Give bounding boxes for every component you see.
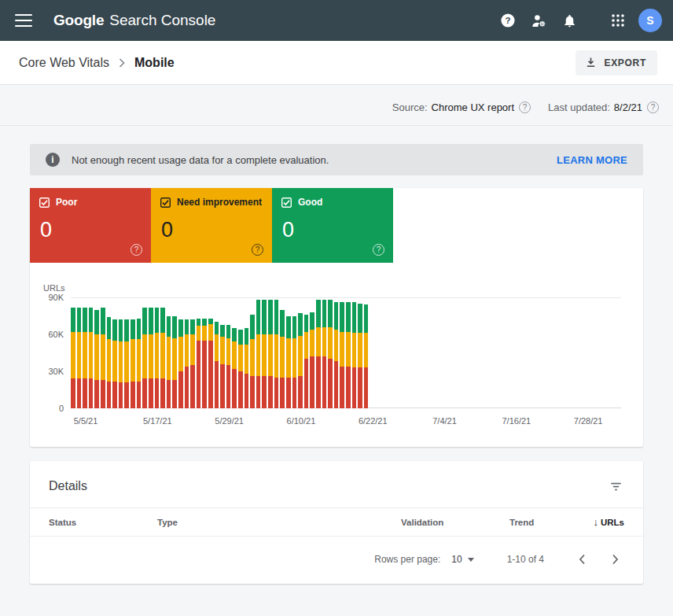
y-tick-label: 0 [59,404,64,413]
bar-stack[interactable] [215,297,219,408]
bar-stack[interactable] [202,297,207,408]
apps-grid-icon [611,13,625,28]
bar-stack[interactable] [346,297,351,408]
bar-stack[interactable] [167,297,171,408]
bar-stack[interactable] [119,297,123,408]
bar-stack[interactable] [292,297,297,408]
tile-help-icon[interactable]: ? [252,244,263,256]
y-axis-title: URLs [43,283,621,293]
status-tile-good[interactable]: Good 0 ? [272,188,393,263]
bar-stack[interactable] [71,297,75,408]
bar-stack[interactable] [197,297,201,408]
bar-stack[interactable] [149,297,153,408]
notifications-button[interactable] [559,10,579,31]
bar-stack[interactable] [304,297,309,408]
bar-stack[interactable] [238,297,243,408]
bar-stack[interactable] [250,297,255,408]
chart-plot [71,297,621,408]
help-button[interactable]: ? [498,10,518,31]
previous-page-button[interactable] [572,550,591,569]
bar-stack[interactable] [352,297,357,408]
bar-stack[interactable] [256,297,261,408]
learn-more-link[interactable]: LEARN MORE [557,154,627,166]
bar-stack[interactable] [178,297,183,408]
column-validation: Validation [401,518,509,527]
bar-stack[interactable] [232,297,237,408]
next-page-button[interactable] [605,550,624,569]
bar-stack[interactable] [89,297,94,408]
bar-stack[interactable] [208,297,213,408]
rows-per-page-value: 10 [451,554,462,565]
bar-stack[interactable] [77,297,82,408]
bar-stack[interactable] [226,297,231,408]
tile-label: Need improvement [177,197,262,208]
manage-users-button[interactable] [528,10,549,31]
bar-stack[interactable] [262,297,267,408]
account-avatar[interactable]: S [638,9,662,32]
dropdown-caret-icon [468,558,474,562]
x-tick-label: 5/29/21 [215,416,244,426]
bar-stack[interactable] [112,297,117,408]
bar-stack[interactable] [245,297,249,408]
bar-stack[interactable] [310,297,314,408]
app-logo[interactable]: Google Search Console [53,12,215,29]
bar-stack[interactable] [155,297,160,408]
bar-stack[interactable] [142,297,147,408]
google-apps-button[interactable] [608,10,628,31]
filter-button[interactable] [607,478,624,495]
tile-label: Poor [56,197,77,208]
column-urls-sort[interactable]: ↓ URLs [593,516,624,528]
bar-stack[interactable] [137,297,142,408]
bar-stack[interactable] [83,297,87,408]
bar-stack[interactable] [286,297,291,408]
y-tick-label: 90K [48,293,64,302]
logo-google: Google [53,12,104,29]
details-title: Details [49,479,87,493]
bar-stack[interactable] [268,297,273,408]
chevron-right-icon [612,554,619,565]
bar-stack[interactable] [322,297,327,408]
bar-stack[interactable] [328,297,333,408]
tile-help-icon[interactable]: ? [131,244,142,256]
rows-per-page-select[interactable]: 10 [451,554,473,565]
status-tile-need-improvement[interactable]: Need improvement 0 ? [151,188,272,263]
bar-stack[interactable] [107,297,112,408]
column-urls-label: URLs [601,518,624,527]
app-bar: Google Search Console ? [0,0,673,41]
x-tick-label: 7/4/21 [432,416,457,426]
bar-stack[interactable] [172,297,177,408]
bar-stack[interactable] [316,297,321,408]
bar-stack[interactable] [101,297,105,408]
breadcrumb-parent[interactable]: Core Web Vitals [19,56,109,70]
x-tick-label: 6/22/21 [359,416,388,426]
bar-stack[interactable] [298,297,303,408]
user-settings-icon [531,13,547,29]
bar-stack[interactable] [334,297,339,408]
last-updated-help-icon[interactable]: ? [647,101,659,113]
bar-stack[interactable] [185,297,189,408]
bar-stack[interactable] [358,297,362,408]
bar-stack[interactable] [190,297,195,408]
source-bar: Source: Chrome UX report ? Last updated:… [0,85,673,126]
hamburger-menu-icon[interactable] [15,14,32,27]
breadcrumb-current: Mobile [134,56,175,70]
bar-stack[interactable] [364,297,369,408]
bar-stack[interactable] [280,297,285,408]
status-tile-poor[interactable]: Poor 0 ? [30,188,151,263]
bar-stack[interactable] [340,297,344,408]
chart-x-axis: 5/5/215/17/215/29/216/10/216/22/217/4/21… [71,408,621,430]
x-tick-label: 6/10/21 [287,416,316,426]
export-button[interactable]: EXPORT [576,50,657,76]
export-label: EXPORT [604,57,646,68]
bar-stack[interactable] [131,297,135,408]
bar-stack[interactable] [124,297,129,408]
rows-per-page-label: Rows per page: [374,554,440,565]
bar-stack[interactable] [160,297,165,408]
bar-stack[interactable] [220,297,225,408]
tile-help-icon[interactable]: ? [373,244,384,256]
source-help-icon[interactable]: ? [519,101,531,113]
bar-stack[interactable] [274,297,279,408]
bar-stack[interactable] [94,297,99,408]
logo-product: Search Console [109,12,215,29]
y-tick-label: 60K [48,330,64,339]
